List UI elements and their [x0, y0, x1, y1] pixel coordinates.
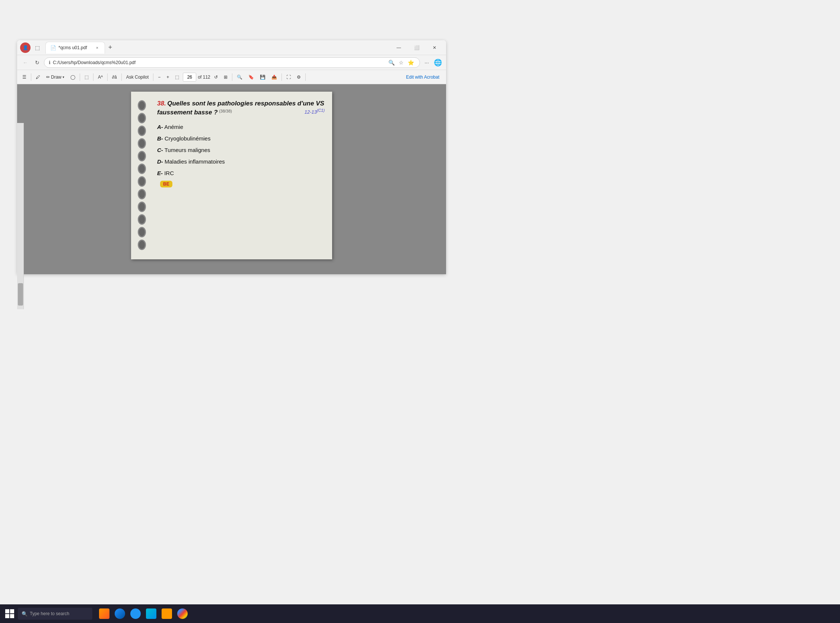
text-size-icon: Aᴬ — [98, 75, 103, 80]
taskbar-app-files[interactable] — [97, 606, 112, 621]
taskbar-app-store[interactable] — [144, 606, 159, 621]
more-button[interactable]: ··· — [421, 57, 432, 68]
pdf-page-text-content: 38. Quelles sont les pathologies respons… — [157, 92, 332, 195]
answer-letter-d: D- — [157, 158, 163, 165]
annotations-button[interactable]: 🖊 — [34, 72, 43, 82]
answer-item-b: B- Cryoglobulinémies — [157, 135, 325, 142]
browser2-app-icon — [130, 608, 141, 619]
zoom-in-button[interactable]: + — [164, 72, 171, 82]
divider-1 — [31, 74, 31, 81]
bookmark-button[interactable]: 🔖 — [246, 72, 256, 82]
chrome-app-icon — [177, 608, 188, 619]
rotate-button[interactable]: ↺ — [212, 72, 220, 82]
minimize-button[interactable]: — — [390, 42, 407, 54]
edit-with-acrobat-button[interactable]: Edit with Acrobat — [402, 72, 443, 82]
answer-letter-b: B- — [157, 135, 163, 141]
spiral-ring — [138, 164, 146, 174]
draw-chevron-icon: ▾ — [63, 75, 64, 79]
draw-button[interactable]: ✏ Draw ▾ — [44, 72, 67, 82]
fullscreen-button[interactable]: ⛶ — [284, 72, 293, 82]
maximize-button[interactable]: ⬜ — [408, 42, 425, 54]
spiral-ring — [138, 100, 146, 110]
url-text: C:/Users/hp/Downloads/qcms%20u01.pdf — [53, 60, 385, 65]
close-button[interactable]: ✕ — [426, 42, 443, 54]
text-size-button[interactable]: Aᴬ — [96, 72, 105, 82]
fit-page-button[interactable]: ⬚ — [173, 72, 181, 82]
back-button[interactable]: ← — [20, 57, 31, 68]
question-score: 12-13(C1) — [304, 108, 325, 115]
pdf-toolbar: ☰ 🖊 ✏ Draw ▾ ◯ ⬚ Aᴬ ∂ā Ask Copilot − — [17, 70, 446, 84]
taskbar-app-chrome[interactable] — [175, 606, 190, 621]
page-total: of 112 — [198, 75, 210, 80]
page-number-input[interactable] — [183, 73, 196, 81]
question-number: 38. — [157, 100, 166, 107]
save-pdf-button[interactable]: 💾 — [258, 72, 268, 82]
divider-4 — [107, 74, 108, 81]
new-tab-button[interactable]: + — [105, 43, 115, 53]
read-aloud-button[interactable]: ∂ā — [110, 72, 119, 82]
answer-letter-c: C- — [157, 147, 163, 153]
spiral-binding — [131, 92, 153, 259]
answer-text-c: Tumeurs malignes — [165, 147, 210, 153]
spiral-ring — [138, 113, 146, 123]
spiral-ring — [138, 227, 146, 237]
pdf-content-area: 38. Quelles sont les pathologies respons… — [17, 84, 446, 274]
insert-button[interactable]: ⬚ — [82, 72, 91, 82]
browser-window: 👤 ⬚ 📄 *qcms u01.pdf × + — ⬜ ✕ ← ↻ ℹ C:/U… — [17, 40, 446, 274]
tab-close-button[interactable]: × — [94, 45, 100, 51]
taskbar-apps — [97, 606, 190, 621]
left-scroll-area — [17, 123, 24, 309]
favorite-icon[interactable]: ☆ — [396, 58, 405, 67]
search-pdf-button[interactable]: 🔍 — [234, 72, 245, 82]
answer-item-c: C- Tumeurs malignes — [157, 146, 325, 154]
spiral-ring — [138, 202, 146, 212]
taskbar-app-browser2[interactable] — [128, 606, 143, 621]
draw-icon: ✏ — [46, 75, 50, 80]
answer-item-e: E- IRC — [157, 169, 325, 177]
url-bar[interactable]: ℹ C:/Users/hp/Downloads/qcms%20u01.pdf 🔍… — [44, 57, 420, 68]
active-tab[interactable]: 📄 *qcms u01.pdf × — [46, 42, 105, 54]
taskbar-app-edge[interactable] — [112, 606, 127, 621]
refresh-button[interactable]: ↻ — [32, 57, 43, 68]
answer-item-a: A- Anémie — [157, 123, 325, 131]
question-header: 38. Quelles sont les pathologies respons… — [157, 99, 325, 117]
window-action-buttons: — ⬜ ✕ — [390, 42, 443, 54]
files-app-icon — [99, 608, 109, 619]
eraser-icon: ◯ — [70, 75, 75, 80]
share-pdf-button[interactable]: 📤 — [269, 72, 279, 82]
search-placeholder: Type here to search — [30, 611, 69, 616]
tab-pdf-icon: 📄 — [50, 45, 56, 51]
share-icon[interactable]: ⭐ — [406, 58, 415, 67]
taskbar-search[interactable]: 🔍 Type here to search — [18, 608, 92, 620]
tab-view-button[interactable]: ⬚ — [32, 43, 43, 53]
divider-2 — [80, 74, 80, 81]
taskbar-app-5[interactable] — [159, 606, 174, 621]
answer-letter-e: E- — [157, 170, 163, 176]
zoom-out-button[interactable]: − — [156, 72, 163, 82]
zoom-icon[interactable]: 🔍 — [387, 58, 396, 67]
score-value: 12-13 — [304, 109, 317, 115]
store-app-icon — [146, 608, 156, 619]
eraser-button[interactable]: ◯ — [68, 72, 78, 82]
answer-item-d: D- Maladies inflammatoires — [157, 158, 325, 166]
divider-5 — [121, 74, 122, 81]
taskbar: 🔍 Type here to search — [0, 605, 840, 623]
spiral-ring — [138, 138, 146, 149]
swap-button[interactable]: ⊞ — [222, 72, 230, 82]
scroll-thumb[interactable] — [18, 283, 23, 305]
app5-icon — [162, 608, 172, 619]
answer-text-d: Maladies inflammatoires — [165, 158, 225, 165]
ask-copilot-button[interactable]: Ask Copilot — [124, 72, 151, 82]
reading-view-button[interactable]: ☰ — [20, 72, 29, 82]
pdf-settings-button[interactable]: ⚙ — [295, 72, 303, 82]
profile-button[interactable]: 👤 — [20, 43, 31, 53]
start-button[interactable] — [3, 607, 16, 620]
edge-icon[interactable]: 🌐 — [433, 57, 443, 68]
bottom-space — [0, 493, 840, 605]
answer-text-e: IRC — [164, 170, 174, 176]
divider-8 — [282, 74, 282, 81]
divider-3 — [93, 74, 93, 81]
spiral-ring — [138, 239, 146, 250]
spiral-ring — [138, 214, 146, 225]
divider-7 — [232, 74, 233, 81]
